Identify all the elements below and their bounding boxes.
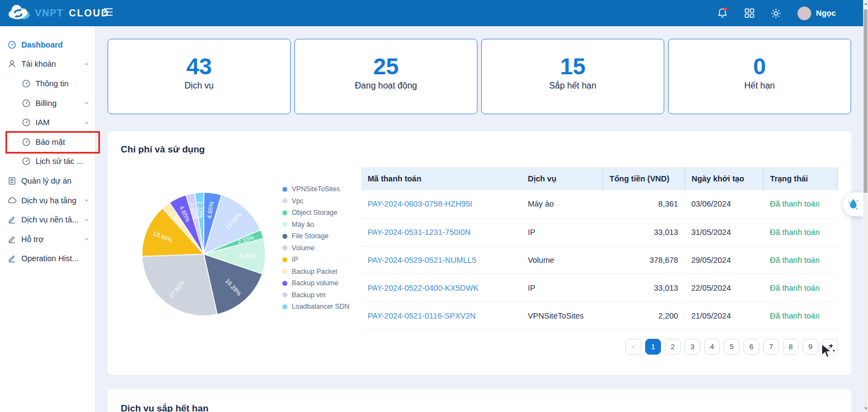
user-icon [8, 60, 16, 68]
legend-label: Backup volume [292, 279, 338, 287]
cell-id[interactable]: PAY-2024-0603-0758-HZH95I [361, 190, 521, 218]
cell-id[interactable]: PAY-2024-0529-0521-NUMLL5 [361, 246, 521, 274]
cell-service: Máy ảo [521, 190, 603, 218]
legend-dot-icon [282, 304, 287, 309]
sidebar-item-label: Bảo mật [36, 138, 65, 146]
legend-item[interactable]: Volume [282, 244, 350, 252]
table-row: PAY-2024-0531-1231-750I0NIP33,01331/05/2… [361, 218, 838, 246]
scroll-up-arrow-icon[interactable]: ▲ [864, 1, 867, 6]
cell-date: 21/05/2024 [684, 302, 763, 329]
payments-table-block: Mã thanh toánDịch vụTổng tiền (VND)Ngày … [361, 167, 838, 355]
table-row: PAY-2024-0529-0521-NUMLL5Volume378,67829… [361, 246, 838, 274]
pagination-page-button[interactable]: 5 [724, 339, 740, 355]
legend-dot-icon [282, 281, 287, 286]
sidebar-item[interactable]: Bảo mật [0, 132, 95, 152]
sidebar-menu: DashboardTài khoảnThông tinBillingIAMBảo… [0, 26, 96, 412]
chevron-down-icon [84, 197, 90, 203]
usage-section-card: Chi phí và sử dụng 4.65%13.95%2.33%9.30%… [108, 131, 851, 375]
legend-label: Object Storage [292, 209, 337, 216]
sidebar-item[interactable]: Thông tin [0, 74, 95, 93]
sidebar-item[interactable]: Dịch vụ hạ tầng [0, 191, 95, 210]
page-scrollbar[interactable]: ▲ ▼ [863, 0, 868, 412]
sidebar-item-label: Hỗ trợ [21, 235, 44, 244]
sidebar-item[interactable]: Hỗ trợ [0, 229, 95, 249]
legend-label: IP [292, 256, 298, 263]
brand-logo[interactable]: VNPT CLOUD [0, 4, 109, 23]
pagination-page-button[interactable]: 6 [743, 339, 759, 355]
stat-card: 43Dịch vụ [108, 39, 291, 114]
pie-slice-label: 9.30% [239, 252, 257, 259]
cell-status: Đã thanh toán [763, 302, 837, 329]
table-column-header: Tổng tiền (VND) [603, 167, 684, 190]
legend-item[interactable]: VPNSiteToSites [282, 185, 350, 193]
vnpt-cloud-logo-icon [7, 4, 31, 23]
pagination-page-button[interactable]: 2 [665, 339, 681, 355]
apps-grid-icon[interactable] [745, 8, 754, 18]
floating-assistant-button[interactable] [843, 192, 863, 216]
menu-fold-icon[interactable] [103, 8, 113, 19]
pagination-prev-button[interactable]: < [625, 339, 641, 355]
pagination-page-button[interactable]: 7 [763, 339, 779, 355]
legend-dot-icon [282, 210, 287, 215]
legend-label: Backup vm [292, 291, 326, 299]
pencil-icon [8, 215, 16, 224]
sidebar-item-label: Dashboard [21, 40, 63, 49]
cloud-icon [8, 196, 16, 205]
chart-row: 4.65%13.95%2.33%9.30%16.28%27.91%13.95%2… [121, 157, 838, 355]
sidebar-item[interactable]: Quản lý dự án [0, 171, 95, 191]
pagination-page-button[interactable]: 3 [684, 339, 700, 355]
sidebar-item-label: Billing [36, 99, 57, 108]
pagination-page-button[interactable]: 4 [704, 339, 720, 355]
sidebar-item-label: IAM [36, 118, 50, 127]
legend-item[interactable]: Máy ảo [282, 221, 350, 228]
cell-id[interactable]: PAY-2024-0531-1231-750I0N [361, 218, 521, 246]
scroll-down-arrow-icon[interactable]: ▼ [864, 406, 867, 411]
gauge-icon [22, 138, 31, 146]
chevron-down-icon [84, 236, 90, 242]
cell-id[interactable]: PAY-2024-0521-0116-SPXV2N [361, 302, 521, 329]
sidebar-item[interactable]: Dịch vụ nền tả... [0, 210, 95, 229]
scrollbar-thumb[interactable] [864, 9, 867, 193]
legend-item[interactable]: File Storage [282, 232, 350, 240]
cell-id[interactable]: PAY-2024-0522-0400-KX5DWK [361, 274, 521, 302]
sidebar-item[interactable]: Tài khoản [0, 55, 95, 74]
pencil-icon [8, 235, 16, 244]
legend-label: Loadbalancer SDN [292, 303, 350, 310]
cell-amount: 378,678 [603, 246, 684, 274]
legend-item[interactable]: Backup Packet [282, 268, 350, 275]
sidebar-item[interactable]: Dashboard [0, 35, 95, 55]
payments-table: Mã thanh toánDịch vụTổng tiền (VND)Ngày … [361, 167, 838, 330]
table-column-header: Ngày khởi tạo [684, 167, 763, 190]
sidebar-item-label: Thông tin [36, 79, 68, 88]
table-row: PAY-2024-0522-0400-KX5DWKIP33,01322/05/2… [361, 274, 838, 302]
cell-status: Đã thanh toán [763, 190, 837, 218]
sidebar-item-label: Quản lý dự án [21, 176, 72, 185]
legend-item[interactable]: Object Storage [282, 209, 350, 216]
stat-label: Đang hoạt động [355, 81, 417, 91]
legend-dot-icon [282, 198, 287, 203]
user-menu[interactable]: Ngọc [798, 7, 836, 20]
legend-dot-icon [282, 187, 287, 192]
settings-gear-icon[interactable] [771, 8, 781, 19]
sidebar-item[interactable]: IAM [0, 113, 95, 132]
pagination: <123456789> [361, 339, 838, 355]
notification-bell-icon[interactable] [717, 7, 728, 19]
legend-label: Vpc [292, 197, 304, 205]
cell-service: IP [521, 218, 603, 246]
sidebar-item[interactable]: Billing [0, 93, 95, 113]
legend-item[interactable]: IP [282, 256, 350, 263]
pagination-page-button[interactable]: 1 [645, 339, 661, 355]
cell-date: 22/05/2024 [684, 274, 763, 302]
stat-label: Dịch vụ [185, 81, 214, 91]
pagination-page-button[interactable]: 9 [802, 339, 818, 355]
legend-item[interactable]: Loadbalancer SDN [282, 303, 350, 310]
sidebar-item[interactable]: Operation Hist... [0, 249, 95, 269]
pencil-icon [8, 254, 16, 263]
pagination-next-button[interactable]: > [822, 339, 838, 355]
stat-value: 25 [373, 55, 399, 79]
pagination-page-button[interactable]: 8 [783, 339, 799, 355]
sidebar-item[interactable]: Lịch sử tác ... [0, 152, 95, 172]
legend-item[interactable]: Backup volume [282, 279, 350, 287]
legend-item[interactable]: Vpc [282, 197, 350, 205]
legend-item[interactable]: Backup vm [282, 291, 350, 299]
